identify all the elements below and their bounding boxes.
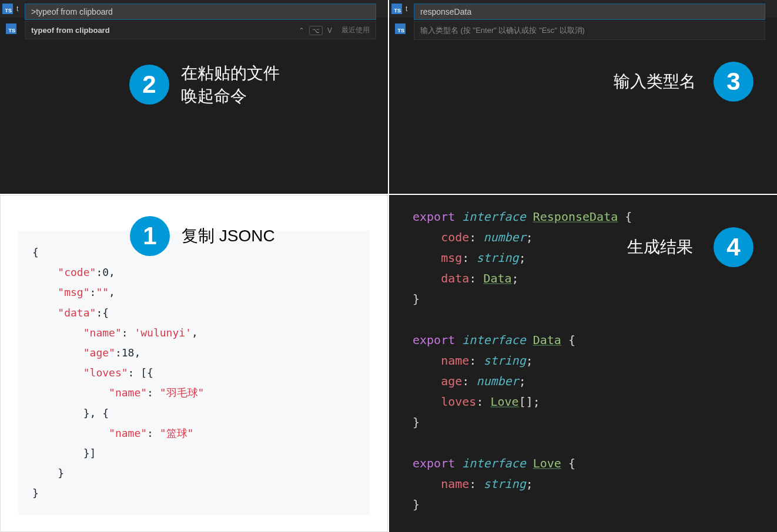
step-annotation: 输入类型名 3 — [614, 62, 753, 102]
input-hint: 输入类型名 (按 "Enter" 以确认或按 "Esc" 以取消) — [414, 21, 765, 40]
panel-step-2: TS t TS typeof from clipboard ⌃ ⌥ V 最近使用… — [0, 0, 388, 194]
panel-step-1: 1 复制 JSONC { "code":0, "msg":"", "data":… — [0, 195, 388, 532]
step-description: 生成结果 — [627, 235, 693, 258]
typescript-file-icon: TS — [2, 4, 13, 14]
typescript-file-icon: TS — [6, 23, 16, 34]
command-palette-input[interactable] — [25, 4, 376, 20]
command-palette[interactable]: 输入类型名 (按 "Enter" 以确认或按 "Esc" 以取消) — [414, 4, 765, 40]
command-suggestion-row[interactable]: typeof from clipboard ⌃ ⌥ V 最近使用 — [25, 21, 376, 39]
tab-label[interactable]: t — [406, 5, 407, 13]
tab-label[interactable]: t — [16, 5, 18, 13]
step-number-badge: 3 — [714, 62, 753, 102]
command-palette[interactable]: typeof from clipboard ⌃ ⌥ V 最近使用 — [25, 4, 376, 39]
panel-step-3: TS t TS 输入类型名 (按 "Enter" 以确认或按 "Esc" 以取消… — [389, 0, 777, 194]
step-number-badge: 2 — [129, 65, 169, 105]
step-description: 输入类型名 — [614, 70, 696, 93]
step-description: 复制 JSONC — [182, 224, 275, 247]
step-annotation: 1 复制 JSONC — [130, 216, 275, 256]
panel-step-4: export interface ResponseData { code: nu… — [389, 195, 777, 532]
v-key-icon: V — [327, 26, 332, 35]
step-number-badge: 1 — [130, 216, 170, 256]
chevron-up-icon: ⌃ — [299, 26, 304, 35]
step-annotation: 2 在粘贴的文件 唤起命令 — [129, 62, 280, 107]
alt-key-icon: ⌥ — [309, 26, 323, 35]
keybind-hint: ⌃ ⌥ V 最近使用 — [299, 25, 370, 35]
step-description: 在粘贴的文件 唤起命令 — [181, 62, 280, 107]
step-number-badge: 4 — [714, 227, 753, 267]
suggestion-text: typeof from clipboard — [31, 26, 299, 35]
tutorial-grid: TS t TS typeof from clipboard ⌃ ⌥ V 最近使用… — [0, 0, 777, 532]
type-name-input[interactable] — [414, 4, 765, 20]
step-annotation: 生成结果 4 — [627, 227, 753, 267]
typescript-file-icon: TS — [391, 4, 402, 14]
typescript-file-icon: TS — [395, 23, 406, 34]
json-code-block[interactable]: { "code":0, "msg":"", "data":{ "name": '… — [18, 231, 370, 515]
recent-label: 最近使用 — [341, 25, 370, 35]
